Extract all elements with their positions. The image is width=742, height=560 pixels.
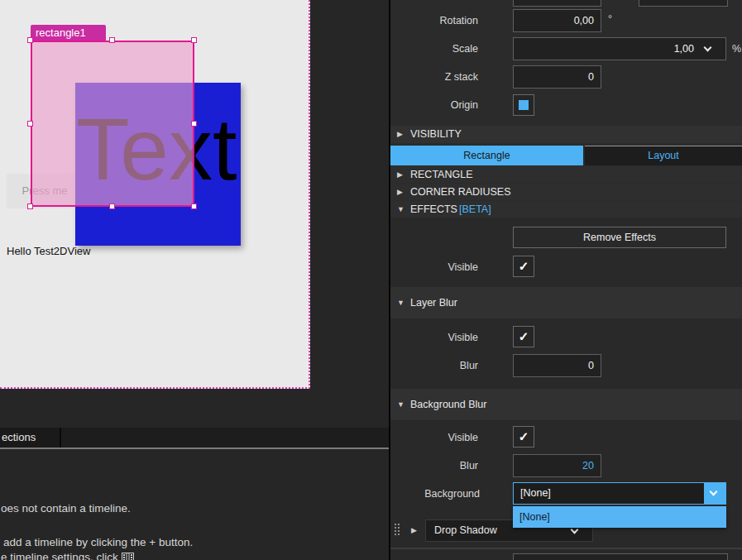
layer-blur-visible-checkbox[interactable]: ✓ bbox=[513, 326, 534, 347]
background-blur-title: Background Blur bbox=[410, 389, 486, 420]
selected-rectangle-item[interactable] bbox=[31, 41, 194, 207]
hello-text-item[interactable]: Hello Test2DView bbox=[7, 245, 90, 257]
tab-rectangle[interactable]: Rectangle bbox=[390, 146, 583, 165]
effects-beta-badge: [BETA] bbox=[459, 201, 491, 218]
background-dropdown[interactable]: [None] bbox=[513, 482, 726, 505]
collapsed-triangle-icon[interactable]: ▶ bbox=[397, 184, 403, 200]
corner-radiuses-title: CORNER RADIUSES bbox=[410, 184, 511, 200]
layer-blur-visible-label: Visible bbox=[390, 326, 478, 349]
timeline-message-3: e timeline settings, click bbox=[1, 551, 134, 560]
drag-handle-icon[interactable] bbox=[395, 524, 396, 525]
z-stack-field[interactable]: 0 bbox=[513, 65, 601, 89]
section-visibility[interactable]: ▶ VISIBILITY bbox=[390, 126, 742, 143]
timeline-settings-icon[interactable] bbox=[122, 553, 134, 560]
expanded-triangle-icon[interactable]: ▼ bbox=[397, 287, 405, 318]
partial-field-left[interactable] bbox=[513, 0, 601, 7]
tab-divider bbox=[60, 428, 61, 448]
timeline-tab-bar: ections bbox=[0, 428, 389, 448]
background-dropdown-value: [None] bbox=[520, 483, 551, 504]
effects-visible-label: Visible bbox=[390, 256, 478, 279]
timeline-message-1: oes not contain a timeline. bbox=[1, 502, 131, 515]
partial-field-right[interactable] bbox=[639, 0, 728, 7]
layer-blur-title: Layer Blur bbox=[410, 287, 457, 318]
expanded-triangle-icon[interactable]: ▼ bbox=[397, 201, 405, 218]
scale-label: Scale bbox=[390, 37, 478, 60]
layer-blur-blur-label: Blur bbox=[390, 354, 478, 377]
section-rectangle[interactable]: ▶ RECTANGLE bbox=[390, 166, 742, 183]
tab-connections[interactable]: ections bbox=[0, 428, 60, 448]
background-blur-blur-field[interactable]: 20 bbox=[513, 454, 601, 477]
resize-handle-bottom-mid[interactable] bbox=[109, 203, 115, 209]
collapsed-triangle-icon[interactable]: ▶ bbox=[397, 126, 403, 143]
panel-separator-line bbox=[0, 448, 389, 449]
chevron-down-icon bbox=[710, 488, 718, 496]
expanded-triangle-icon[interactable]: ▼ bbox=[397, 389, 405, 420]
separator-line bbox=[390, 548, 742, 549]
resize-handle-top-right[interactable] bbox=[191, 37, 197, 43]
background-blur-visible-checkbox[interactable]: ✓ bbox=[513, 426, 534, 448]
timeline-panel: ections oes not contain a timeline. add … bbox=[0, 389, 389, 560]
visibility-title: VISIBILITY bbox=[410, 126, 462, 143]
background-dropdown-button[interactable] bbox=[704, 483, 725, 504]
z-stack-label: Z stack bbox=[390, 65, 478, 89]
canvas-panel: Press me Text rectangle1 Hello Test2DVie… bbox=[0, 0, 310, 389]
rectangle-title: RECTANGLE bbox=[410, 166, 472, 183]
background-blur-visible-label: Visible bbox=[390, 426, 478, 449]
origin-selector[interactable] bbox=[513, 94, 534, 116]
properties-panel: Rotation 0,00 ° Scale 1,00 % Z stack 0 O… bbox=[390, 0, 742, 560]
scale-field[interactable]: 1,00 bbox=[513, 37, 726, 60]
collapsed-triangle-icon[interactable]: ▶ bbox=[397, 166, 403, 183]
resize-handle-top-left[interactable] bbox=[27, 37, 33, 43]
resize-handle-mid-right[interactable] bbox=[191, 121, 197, 127]
resize-handle-bottom-left[interactable] bbox=[27, 203, 33, 209]
rotation-unit: ° bbox=[608, 7, 612, 31]
resize-handle-bottom-right[interactable] bbox=[191, 203, 197, 209]
resize-handle-mid-left[interactable] bbox=[27, 121, 33, 127]
remove-effects-button[interactable]: Remove Effects bbox=[513, 227, 726, 248]
background-dropdown-popup-option[interactable]: [None] bbox=[513, 506, 726, 528]
effects-visible-checkbox[interactable]: ✓ bbox=[513, 256, 534, 277]
tab-layout[interactable]: Layout bbox=[585, 146, 742, 165]
timeline-message-3-text: e timeline settings, click bbox=[1, 551, 118, 560]
scale-unit: % bbox=[732, 37, 741, 60]
layer-blur-header[interactable]: ▼ Layer Blur bbox=[390, 287, 742, 318]
timeline-message-2: add a timeline by clicking the + button. bbox=[3, 536, 193, 548]
background-blur-header[interactable]: ▼ Background Blur bbox=[390, 389, 742, 420]
origin-label: Origin bbox=[390, 93, 478, 117]
layer-blur-blur-field[interactable]: 0 bbox=[513, 354, 601, 377]
drop-shadow-value: Drop Shadow bbox=[434, 524, 497, 536]
partial-field-bottom[interactable] bbox=[513, 553, 728, 560]
resize-handle-top-mid[interactable] bbox=[109, 37, 115, 43]
section-corner-radiuses[interactable]: ▶ CORNER RADIUSES bbox=[390, 184, 742, 200]
section-effects[interactable]: ▼ EFFECTS [BETA] bbox=[390, 201, 742, 218]
rotation-label: Rotation bbox=[390, 9, 478, 32]
collapsed-triangle-icon[interactable]: ▶ bbox=[411, 519, 417, 542]
background-label: Background bbox=[390, 482, 480, 505]
selection-name-tag: rectangle1 bbox=[31, 25, 106, 41]
rotation-field[interactable]: 0,00 bbox=[513, 9, 601, 32]
origin-marker-icon[interactable] bbox=[519, 100, 529, 110]
effects-title: EFFECTS bbox=[410, 201, 457, 218]
background-blur-blur-label: Blur bbox=[390, 454, 478, 477]
